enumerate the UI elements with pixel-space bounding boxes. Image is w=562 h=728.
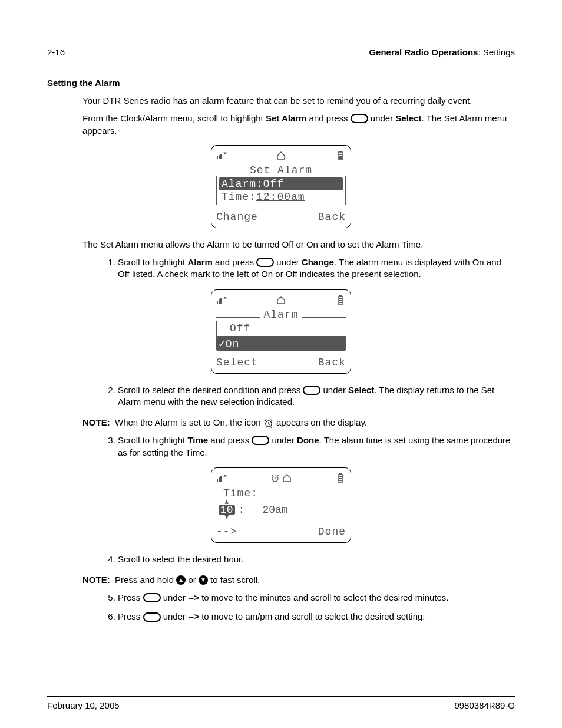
lcd-time-edit: Time: ▲ 10 ▼ : 20am --> Done: [211, 467, 351, 543]
t: under: [274, 257, 302, 267]
softkey-left: -->: [216, 526, 237, 538]
page-footer: February 10, 2005 9980384R89-O: [47, 696, 515, 710]
t: Time:: [222, 191, 256, 203]
svg-rect-8: [217, 301, 218, 304]
nav-up-icon: ▲: [176, 575, 186, 585]
t: to move to the minutes and scroll to sel…: [199, 592, 449, 602]
note-label: NOTE:: [82, 417, 115, 429]
softkey-left: Change: [216, 211, 258, 223]
svg-rect-22: [339, 473, 342, 475]
t: From the Clock/Alarm menu, scroll to hig…: [82, 113, 266, 123]
note-1: NOTE: When the Alarm is set to On, the i…: [82, 417, 515, 429]
section-tail: : Settings: [478, 47, 515, 57]
lcd-group: Alarm:Off Time:12:00am: [216, 176, 346, 205]
step-4: Scroll to select the desired hour.: [118, 554, 515, 565]
t: Scroll to select the desired condition a…: [118, 385, 303, 395]
hour-spinner: ▲ 10 ▼: [219, 500, 235, 520]
lcd-title: Alarm: [260, 309, 302, 321]
home-icon: [276, 150, 286, 161]
footer-date: February 10, 2005: [47, 700, 120, 710]
lcd-row-off: Off: [219, 322, 343, 335]
t: Select: [395, 113, 421, 123]
t: under: [269, 435, 297, 445]
lcd-title-row: Set Alarm: [216, 164, 346, 176]
note-text: When the Alarm is set to On, the icon ap…: [115, 417, 515, 429]
step-6: Press under --> to move to am/pm and scr…: [118, 611, 515, 622]
steps-list-d: Scroll to select the desired hour.: [94, 554, 515, 565]
lcd-alarm-onoff: Alarm Off ✓On Select Back: [211, 289, 351, 374]
step-2: Scroll to select the desired condition a…: [118, 384, 515, 409]
svg-rect-14: [339, 300, 342, 301]
svg-rect-19: [220, 476, 222, 482]
note-2: NOTE: Press and hold ▲ or ▼ to fast scro…: [82, 574, 515, 586]
softkey-oval-icon: [252, 436, 269, 445]
alarm-clock-icon: [263, 419, 274, 428]
softkey-oval-icon: [351, 114, 368, 123]
t: under: [368, 113, 396, 123]
colon: :: [239, 504, 245, 516]
signal-icon: [216, 150, 227, 161]
svg-rect-7: [339, 157, 342, 159]
time-edit-row: ▲ 10 ▼ : 20am: [219, 500, 346, 520]
t: Select: [348, 385, 374, 395]
svg-rect-23: [339, 476, 342, 477]
svg-rect-10: [220, 298, 222, 304]
t: and press: [208, 435, 252, 445]
t: Set Alarm: [266, 113, 306, 123]
intro-p1: Your DTR Series radio has an alarm featu…: [82, 95, 515, 107]
lcd-status-bar: [216, 294, 346, 307]
lcd-set-alarm: Set Alarm Alarm:Off Time:12:00am Change …: [211, 145, 351, 228]
lcd-row-on: ✓On: [216, 337, 346, 351]
lcd-time-label: Time:: [221, 487, 346, 500]
battery-icon: [335, 295, 346, 305]
minutes-ampm: 20am: [262, 504, 287, 516]
svg-rect-18: [219, 477, 220, 482]
t: under: [161, 611, 189, 621]
t: -->: [188, 611, 199, 621]
t: Time: [187, 435, 208, 445]
note-text: Press and hold ▲ or ▼ to fast scroll.: [115, 574, 515, 586]
lcd-softkeys: Change Back: [216, 211, 346, 223]
svg-rect-15: [339, 302, 342, 303]
home-icon: [276, 295, 286, 305]
nav-down-icon: ▼: [199, 575, 208, 585]
svg-rect-5: [339, 154, 342, 155]
page-number: 2-16: [47, 47, 65, 57]
step-1: Scroll to highlight Alarm and press unde…: [118, 256, 515, 281]
t: under: [320, 385, 348, 395]
step-3: Scroll to highlight Time and press under…: [118, 434, 515, 459]
svg-rect-25: [339, 480, 342, 481]
step-5: Press under --> to move to the minutes a…: [118, 592, 515, 604]
lcd-row-alarm: Alarm:Off: [219, 177, 343, 190]
home-icon: [282, 473, 292, 483]
t: Press and hold: [115, 575, 176, 585]
svg-rect-6: [339, 156, 342, 157]
softkey-oval-icon: [143, 593, 161, 602]
page-container: 2-16 General Radio Operations: Settings …: [0, 0, 562, 728]
t: or: [186, 575, 199, 585]
t: to fast scroll.: [208, 575, 260, 585]
t: -->: [188, 592, 199, 602]
battery-icon: [335, 473, 346, 483]
lcd-group: Off: [216, 321, 346, 337]
footer-doc: 9980384R89-O: [454, 700, 515, 710]
note-label: NOTE:: [82, 574, 115, 586]
svg-rect-17: [217, 479, 218, 482]
caret-down-icon: ▼: [225, 515, 229, 520]
lcd-status-bar: [216, 472, 346, 485]
t: to move to am/pm and scroll to select th…: [199, 611, 425, 621]
svg-rect-1: [219, 155, 220, 159]
lcd-status-bar: [216, 149, 346, 162]
battery-icon: [335, 150, 346, 161]
softkey-oval-icon: [303, 386, 320, 395]
svg-rect-24: [339, 478, 342, 479]
t: Press: [118, 611, 143, 621]
intro-p2: From the Clock/Alarm menu, scroll to hig…: [82, 113, 515, 137]
lcd-softkeys: Select Back: [216, 357, 346, 368]
svg-rect-12: [339, 295, 342, 297]
t: Done: [297, 435, 319, 445]
softkey-right: Back: [318, 357, 346, 368]
lcd-title: Set Alarm: [246, 164, 316, 176]
steps-list-a: Scroll to highlight Alarm and press unde…: [94, 256, 515, 281]
t: Press: [118, 592, 143, 602]
